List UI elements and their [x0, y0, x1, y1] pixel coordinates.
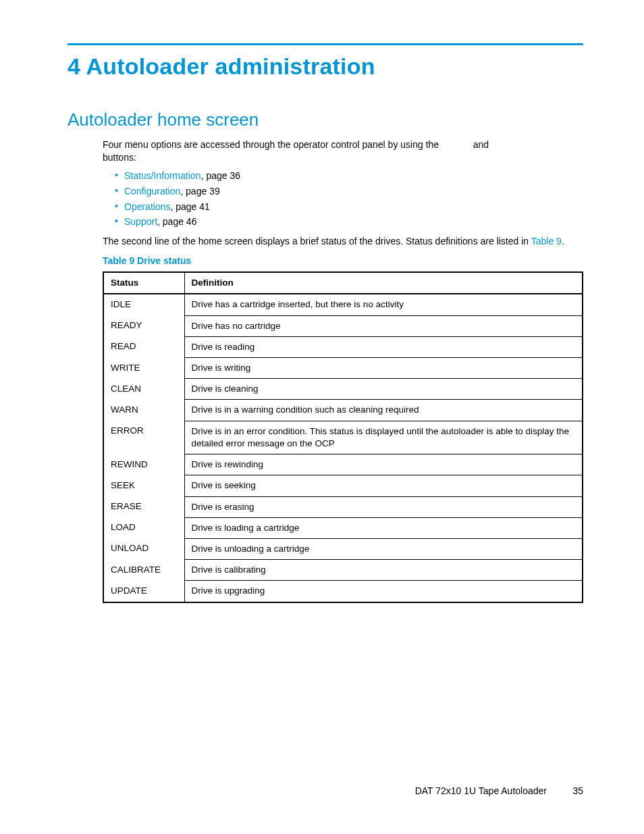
menu-link-list: Status/Information, page 36 Configuratio… [115, 170, 583, 229]
status-cell: LOAD [103, 517, 184, 538]
status-cell: CLEAN [103, 379, 184, 400]
table-row: UPDATEDrive is upgrading [103, 581, 583, 602]
definition-cell: Drive is in a warning condition such as … [184, 400, 583, 421]
table-caption: Table 9 Drive status [103, 255, 583, 267]
definition-cell: Drive is erasing [184, 496, 583, 517]
status-cell: CALIBRATE [103, 560, 184, 581]
footer-doc-title: DAT 72x10 1U Tape Autoloader [415, 785, 547, 796]
table-row: CLEANDrive is cleaning [103, 379, 583, 400]
status-cell: IDLE [103, 294, 184, 315]
menu-link-suffix: , page 36 [201, 170, 240, 181]
table-row: UNLOADDrive is unloading a cartridge [103, 538, 583, 559]
definition-cell: Drive is reading [184, 336, 583, 357]
definition-cell: Drive has no cartridge [184, 315, 583, 336]
list-item: Status/Information, page 36 [115, 170, 583, 182]
intro-middle: and [473, 139, 489, 150]
list-item: Operations, page 41 [115, 201, 583, 213]
table-header-definition: Definition [184, 272, 583, 294]
table-row: SEEKDrive is seeking [103, 475, 583, 496]
drive-status-table: Status Definition IDLEDrive has a cartri… [103, 271, 583, 603]
table-ref-link[interactable]: Table 9 [531, 236, 562, 246]
definition-cell: Drive is seeking [184, 475, 583, 496]
table-row: ERRORDrive is in an error condition. Thi… [103, 421, 583, 454]
status-cell: READ [103, 336, 184, 357]
definition-cell: Drive is upgrading [184, 581, 583, 602]
menu-link[interactable]: Status/Information [124, 170, 201, 181]
menu-link-suffix: , page 46 [157, 216, 196, 227]
list-item: Configuration, page 39 [115, 185, 583, 198]
second-para-suffix: . [562, 236, 564, 246]
definition-cell: Drive has a cartridge inserted, but ther… [184, 294, 583, 315]
status-cell: UNLOAD [103, 538, 184, 559]
table-row: WRITEDrive is writing [103, 358, 583, 379]
table-row: LOADDrive is loading a cartridge [103, 517, 583, 538]
table-row: REWINDDrive is rewinding [103, 454, 583, 475]
definition-cell: Drive is cleaning [184, 379, 583, 400]
status-cell: SEEK [103, 475, 184, 496]
top-rule [68, 43, 583, 45]
status-cell: ERASE [103, 496, 184, 517]
status-cell: REWIND [103, 454, 184, 475]
intro-prefix: Four menu options are accessed through t… [103, 139, 439, 150]
intro-paragraph: Four menu options are accessed through t… [103, 138, 583, 164]
menu-link[interactable]: Configuration [124, 186, 180, 197]
table-row: READYDrive has no cartridge [103, 315, 583, 336]
status-cell: ERROR [103, 421, 184, 454]
body: Four menu options are accessed through t… [103, 138, 583, 603]
page-footer: DAT 72x10 1U Tape Autoloader 35 [68, 785, 583, 796]
status-cell: UPDATE [103, 581, 184, 602]
menu-link-suffix: , page 39 [180, 186, 219, 197]
footer-page-number: 35 [567, 785, 583, 796]
second-para-prefix: The second line of the home screen displ… [103, 236, 531, 246]
table-row: IDLEDrive has a cartridge inserted, but … [103, 294, 583, 315]
table-row: CALIBRATEDrive is calibrating [103, 560, 583, 581]
section-title: Autoloader home screen [68, 109, 583, 130]
intro-suffix: buttons: [103, 152, 136, 163]
table-header-status: Status [103, 272, 184, 294]
status-cell: WRITE [103, 358, 184, 379]
definition-cell: Drive is loading a cartridge [184, 517, 583, 538]
chapter-title: 4 Autoloader administration [68, 53, 583, 80]
status-cell: WARN [103, 400, 184, 421]
definition-cell: Drive is unloading a cartridge [184, 538, 583, 559]
menu-link[interactable]: Support [124, 216, 157, 227]
definition-cell: Drive is calibrating [184, 560, 583, 581]
second-paragraph: The second line of the home screen displ… [103, 235, 583, 248]
table-row: WARNDrive is in a warning condition such… [103, 400, 583, 421]
table-row: READDrive is reading [103, 336, 583, 357]
table-body: IDLEDrive has a cartridge inserted, but … [103, 294, 583, 602]
menu-link[interactable]: Operations [124, 201, 170, 212]
definition-cell: Drive is in an error condition. This sta… [184, 421, 583, 454]
menu-link-suffix: , page 41 [170, 201, 209, 212]
status-cell: READY [103, 315, 184, 336]
table-row: ERASEDrive is erasing [103, 496, 583, 517]
definition-cell: Drive is writing [184, 358, 583, 379]
definition-cell: Drive is rewinding [184, 454, 583, 475]
list-item: Support, page 46 [115, 215, 583, 228]
